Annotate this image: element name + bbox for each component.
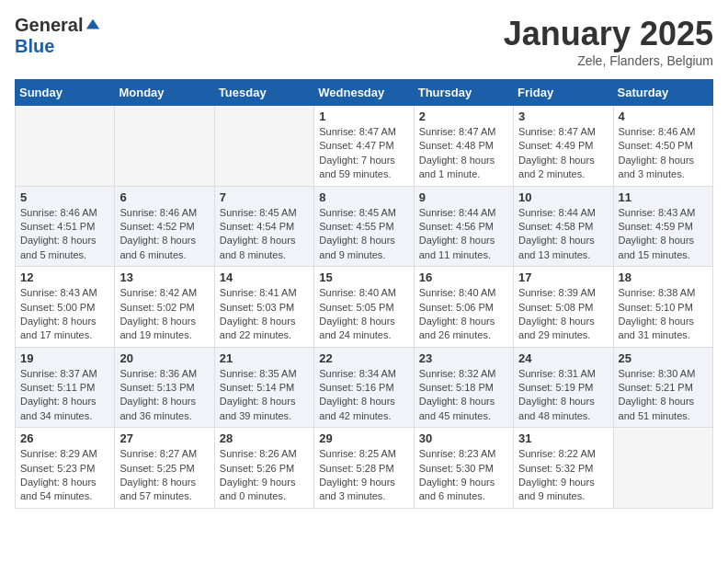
header-day-sunday: Sunday [16,80,115,106]
calendar-cell: 21Sunrise: 8:35 AM Sunset: 5:14 PM Dayli… [214,347,313,428]
calendar-cell: 20Sunrise: 8:36 AM Sunset: 5:13 PM Dayli… [115,347,214,428]
title-area: January 2025 Zele, Flanders, Belgium [504,15,713,68]
day-detail: Sunrise: 8:29 AM Sunset: 5:23 PM Dayligh… [20,447,109,504]
calendar-header-row: SundayMondayTuesdayWednesdayThursdayFrid… [16,80,713,106]
calendar-cell: 11Sunrise: 8:43 AM Sunset: 4:59 PM Dayli… [613,186,712,267]
day-detail: Sunrise: 8:43 AM Sunset: 4:59 PM Dayligh… [619,206,708,263]
svg-marker-0 [86,18,99,29]
day-number: 10 [518,190,608,204]
day-detail: Sunrise: 8:25 AM Sunset: 5:28 PM Dayligh… [319,447,408,504]
header-day-friday: Friday [514,80,613,106]
calendar-cell: 24Sunrise: 8:31 AM Sunset: 5:19 PM Dayli… [514,347,613,428]
logo-blue-text: Blue [15,36,54,57]
day-number: 8 [319,190,408,204]
calendar-cell: 28Sunrise: 8:26 AM Sunset: 5:26 PM Dayli… [214,428,313,509]
day-detail: Sunrise: 8:34 AM Sunset: 5:16 PM Dayligh… [319,367,408,424]
day-detail: Sunrise: 8:47 AM Sunset: 4:47 PM Dayligh… [319,125,408,182]
calendar-cell: 16Sunrise: 8:40 AM Sunset: 5:06 PM Dayli… [414,267,513,348]
calendar-cell: 3Sunrise: 8:47 AM Sunset: 4:49 PM Daylig… [514,106,613,187]
calendar-cell: 2Sunrise: 8:47 AM Sunset: 4:48 PM Daylig… [414,106,513,187]
day-detail: Sunrise: 8:40 AM Sunset: 5:06 PM Dayligh… [419,286,508,343]
calendar-cell: 27Sunrise: 8:27 AM Sunset: 5:25 PM Dayli… [115,428,214,509]
day-number: 30 [419,431,508,445]
day-detail: Sunrise: 8:41 AM Sunset: 5:03 PM Dayligh… [220,286,309,343]
day-detail: Sunrise: 8:37 AM Sunset: 5:11 PM Dayligh… [20,367,109,424]
calendar-cell: 8Sunrise: 8:45 AM Sunset: 4:55 PM Daylig… [314,186,414,267]
calendar-week-4: 19Sunrise: 8:37 AM Sunset: 5:11 PM Dayli… [16,347,713,428]
day-detail: Sunrise: 8:43 AM Sunset: 5:00 PM Dayligh… [20,286,109,343]
day-number: 13 [119,270,209,284]
calendar-cell [214,106,313,187]
day-number: 9 [419,190,508,204]
location: Zele, Flanders, Belgium [504,53,713,68]
calendar-cell: 6Sunrise: 8:46 AM Sunset: 4:52 PM Daylig… [115,186,214,267]
calendar-week-5: 26Sunrise: 8:29 AM Sunset: 5:23 PM Dayli… [16,428,713,509]
day-number: 20 [119,351,209,365]
day-detail: Sunrise: 8:46 AM Sunset: 4:52 PM Dayligh… [119,206,209,263]
calendar-cell: 29Sunrise: 8:25 AM Sunset: 5:28 PM Dayli… [314,428,414,509]
day-detail: Sunrise: 8:42 AM Sunset: 5:02 PM Dayligh… [119,286,209,343]
day-number: 18 [619,270,708,284]
calendar-week-3: 12Sunrise: 8:43 AM Sunset: 5:00 PM Dayli… [16,267,713,348]
day-number: 5 [20,190,109,204]
day-number: 7 [220,190,309,204]
day-detail: Sunrise: 8:40 AM Sunset: 5:05 PM Dayligh… [319,286,408,343]
calendar-cell: 4Sunrise: 8:46 AM Sunset: 4:50 PM Daylig… [613,106,712,187]
day-number: 29 [319,431,408,445]
day-number: 31 [518,431,608,445]
day-detail: Sunrise: 8:22 AM Sunset: 5:32 PM Dayligh… [518,447,608,504]
calendar-cell: 17Sunrise: 8:39 AM Sunset: 5:08 PM Dayli… [514,267,613,348]
calendar-cell [16,106,115,187]
day-detail: Sunrise: 8:39 AM Sunset: 5:08 PM Dayligh… [518,286,608,343]
calendar-week-1: 1Sunrise: 8:47 AM Sunset: 4:47 PM Daylig… [16,106,713,187]
day-number: 2 [419,109,508,123]
day-detail: Sunrise: 8:23 AM Sunset: 5:30 PM Dayligh… [419,447,508,504]
calendar-table: SundayMondayTuesdayWednesdayThursdayFrid… [15,79,713,509]
day-detail: Sunrise: 8:46 AM Sunset: 4:51 PM Dayligh… [20,206,109,263]
calendar-cell: 9Sunrise: 8:44 AM Sunset: 4:56 PM Daylig… [414,186,513,267]
calendar-cell: 18Sunrise: 8:38 AM Sunset: 5:10 PM Dayli… [613,267,712,348]
header-day-wednesday: Wednesday [314,80,414,106]
calendar-cell: 7Sunrise: 8:45 AM Sunset: 4:54 PM Daylig… [214,186,313,267]
calendar-cell: 30Sunrise: 8:23 AM Sunset: 5:30 PM Dayli… [414,428,513,509]
day-detail: Sunrise: 8:31 AM Sunset: 5:19 PM Dayligh… [518,367,608,424]
calendar-cell: 25Sunrise: 8:30 AM Sunset: 5:21 PM Dayli… [613,347,712,428]
day-number: 24 [518,351,608,365]
day-detail: Sunrise: 8:35 AM Sunset: 5:14 PM Dayligh… [220,367,309,424]
day-detail: Sunrise: 8:45 AM Sunset: 4:54 PM Dayligh… [220,206,309,263]
day-number: 26 [20,431,109,445]
day-detail: Sunrise: 8:27 AM Sunset: 5:25 PM Dayligh… [119,447,209,504]
day-detail: Sunrise: 8:47 AM Sunset: 4:48 PM Dayligh… [419,125,508,182]
day-detail: Sunrise: 8:46 AM Sunset: 4:50 PM Dayligh… [619,125,708,182]
calendar-cell: 26Sunrise: 8:29 AM Sunset: 5:23 PM Dayli… [16,428,115,509]
page-header: General Blue January 2025 Zele, Flanders… [15,15,713,68]
day-detail: Sunrise: 8:47 AM Sunset: 4:49 PM Dayligh… [518,125,608,182]
header-day-saturday: Saturday [613,80,712,106]
day-detail: Sunrise: 8:36 AM Sunset: 5:13 PM Dayligh… [119,367,209,424]
month-title: January 2025 [504,15,713,53]
day-number: 27 [119,431,209,445]
day-number: 14 [220,270,309,284]
header-day-monday: Monday [115,80,214,106]
calendar-cell: 22Sunrise: 8:34 AM Sunset: 5:16 PM Dayli… [314,347,414,428]
calendar-cell: 31Sunrise: 8:22 AM Sunset: 5:32 PM Dayli… [514,428,613,509]
day-number: 11 [619,190,708,204]
calendar-cell: 14Sunrise: 8:41 AM Sunset: 5:03 PM Dayli… [214,267,313,348]
day-number: 15 [319,270,408,284]
day-number: 28 [220,431,309,445]
header-day-tuesday: Tuesday [214,80,313,106]
day-detail: Sunrise: 8:38 AM Sunset: 5:10 PM Dayligh… [619,286,708,343]
day-number: 22 [319,351,408,365]
day-number: 6 [119,190,209,204]
day-number: 19 [20,351,109,365]
day-number: 12 [20,270,109,284]
calendar-cell: 10Sunrise: 8:44 AM Sunset: 4:58 PM Dayli… [514,186,613,267]
calendar-cell: 12Sunrise: 8:43 AM Sunset: 5:00 PM Dayli… [16,267,115,348]
day-detail: Sunrise: 8:32 AM Sunset: 5:18 PM Dayligh… [419,367,508,424]
day-number: 16 [419,270,508,284]
calendar-cell: 13Sunrise: 8:42 AM Sunset: 5:02 PM Dayli… [115,267,214,348]
calendar-cell [115,106,214,187]
day-number: 1 [319,109,408,123]
day-number: 23 [419,351,508,365]
logo-general-text: General [15,15,83,36]
